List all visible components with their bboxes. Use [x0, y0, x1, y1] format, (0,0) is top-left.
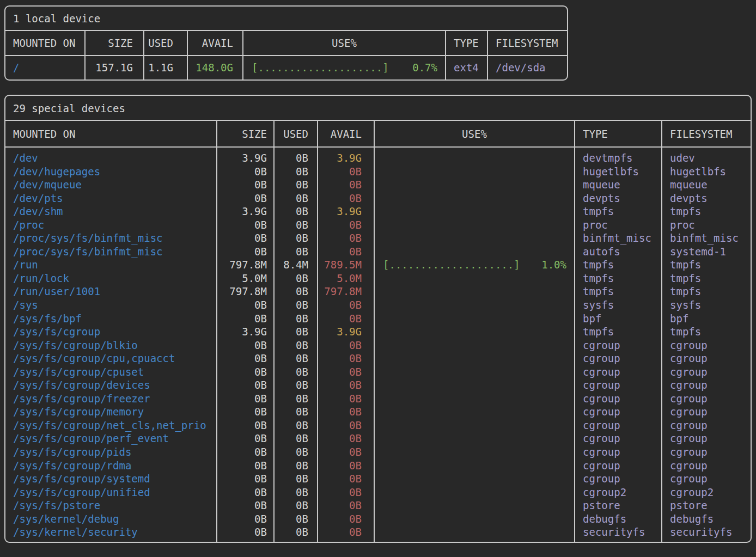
use-percent-cell	[374, 339, 575, 352]
column-separator	[143, 31, 144, 79]
column-header-used: USED	[274, 128, 318, 140]
column-header-used: USED	[144, 37, 187, 49]
type-cell: binfmt_misc	[575, 231, 662, 245]
use-percent-cell	[374, 525, 575, 539]
column-header-type: TYPE	[575, 128, 662, 140]
device-row: /run797.8M8.4M789.5M[...................…	[5, 258, 751, 272]
column-separator	[487, 31, 488, 79]
filesystem-cell: sysfs	[662, 298, 751, 312]
local-devices-table: 1 local device MOUNTED ONSIZEUSEDAVAILUS…	[4, 5, 568, 81]
usage-percent: 0.7%	[412, 56, 437, 79]
mounted-on-cell: /dev/pts	[5, 192, 217, 205]
filesystem-cell: cgroup	[662, 419, 751, 432]
mounted-on-cell: /sys/fs/cgroup/perf_event	[5, 432, 217, 445]
column-separator	[574, 121, 575, 542]
device-row: /dev/pts0B0B0Bdevptsdevpts	[5, 192, 751, 205]
type-cell: bpf	[575, 312, 662, 326]
filesystem-cell: bpf	[662, 312, 751, 326]
type-cell: cgroup	[575, 339, 662, 352]
column-separator	[216, 121, 217, 542]
size-cell: 0B	[217, 192, 274, 205]
used-cell: 0B	[274, 272, 318, 285]
filesystem-cell: cgroup	[662, 445, 751, 459]
size-cell: 797.8M	[217, 258, 274, 272]
device-row: /run/user/1001797.8M0B797.8Mtmpfstmpfs	[5, 285, 751, 298]
used-cell: 0B	[274, 192, 318, 205]
avail-cell: 148.0G	[187, 56, 243, 79]
avail-cell: 789.5M	[318, 258, 374, 272]
device-row: /proc/sys/fs/binfmt_misc0B0B0Bbinfmt_mis…	[5, 231, 751, 245]
filesystem-cell: securityfs	[662, 525, 751, 539]
size-cell: 0B	[217, 178, 274, 192]
mounted-on-cell: /sys/fs/cgroup/systemd	[5, 472, 217, 486]
filesystem-cell: cgroup	[662, 378, 751, 392]
size-cell: 0B	[217, 486, 274, 499]
used-cell: 0B	[274, 218, 318, 232]
avail-cell: 0B	[318, 165, 374, 179]
avail-cell: 0B	[318, 472, 374, 486]
mounted-on-cell: /run	[5, 258, 217, 272]
local-table-grid: MOUNTED ONSIZEUSEDAVAILUSE%TYPEFILESYSTE…	[5, 31, 567, 79]
mounted-on-cell: /sys/fs/cgroup/unified	[5, 486, 217, 499]
use-percent-cell	[374, 392, 575, 406]
size-cell: 0B	[217, 392, 274, 406]
type-cell: securityfs	[575, 525, 662, 539]
used-cell: 0B	[274, 245, 318, 259]
avail-cell: 0B	[318, 218, 374, 232]
use-percent-cell	[374, 231, 575, 245]
size-cell: 3.9G	[217, 325, 274, 339]
mounted-on-cell: /sys/fs/cgroup/freezer	[5, 392, 217, 406]
filesystem-cell: cgroup	[662, 365, 751, 379]
size-cell: 5.0M	[217, 272, 274, 285]
mounted-on-cell: /sys/fs/pstore	[5, 499, 217, 512]
device-row: /157.1G1.1G148.0G[....................]0…	[5, 56, 567, 79]
device-row: /sys/fs/cgroup/devices0B0B0Bcgroupcgroup	[5, 378, 751, 392]
mounted-on-cell: /sys/fs/cgroup/cpuset	[5, 365, 217, 379]
filesystem-cell: binfmt_misc	[662, 231, 751, 245]
column-separator	[374, 121, 375, 542]
mounted-on-cell: /proc/sys/fs/binfmt_misc	[5, 245, 217, 259]
local-table-header-row: MOUNTED ONSIZEUSEDAVAILUSE%TYPEFILESYSTE…	[5, 31, 567, 56]
use-percent-cell	[374, 298, 575, 312]
use-percent-cell	[374, 459, 575, 473]
filesystem-cell: tmpfs	[662, 205, 751, 218]
avail-cell: 3.9G	[318, 151, 374, 165]
column-separator	[445, 31, 446, 79]
size-cell: 0B	[217, 298, 274, 312]
use-percent-cell	[374, 205, 575, 218]
size-cell: 0B	[217, 432, 274, 445]
use-percent-cell	[374, 365, 575, 379]
avail-cell: 3.9G	[318, 205, 374, 218]
special-table-grid: MOUNTED ONSIZEUSEDAVAILUSE%TYPEFILESYSTE…	[5, 121, 751, 542]
column-header-size: SIZE	[85, 37, 144, 49]
mounted-on-cell: /sys/fs/cgroup/pids	[5, 445, 217, 459]
filesystem-cell: udev	[662, 151, 751, 165]
use-percent-cell	[374, 165, 575, 179]
column-header-use: USE%	[243, 37, 446, 49]
size-cell: 0B	[217, 245, 274, 259]
used-cell: 0B	[274, 165, 318, 179]
device-row: /dev/mqueue0B0B0Bmqueuemqueue	[5, 178, 751, 192]
type-cell: hugetlbfs	[575, 165, 662, 179]
column-separator	[84, 31, 86, 79]
type-cell: cgroup	[575, 419, 662, 432]
type-cell: tmpfs	[575, 205, 662, 218]
size-cell: 0B	[217, 218, 274, 232]
type-cell: devpts	[575, 192, 662, 205]
type-cell: autofs	[575, 245, 662, 259]
avail-cell: 0B	[318, 432, 374, 445]
used-cell: 0B	[274, 352, 318, 365]
filesystem-cell: tmpfs	[662, 325, 751, 339]
use-percent-cell	[374, 419, 575, 432]
used-cell: 0B	[274, 325, 318, 339]
used-cell: 0B	[274, 419, 318, 432]
mounted-on-cell: /sys/fs/cgroup/rdma	[5, 459, 217, 473]
use-percent-cell: [....................]1.0%	[374, 258, 575, 272]
mounted-on-cell: /run/user/1001	[5, 285, 217, 298]
type-cell: cgroup	[575, 472, 662, 486]
type-cell: tmpfs	[575, 285, 662, 298]
column-header-mountedon: MOUNTED ON	[5, 128, 217, 140]
column-separator	[317, 121, 318, 542]
used-cell: 0B	[274, 339, 318, 352]
column-header-size: SIZE	[217, 128, 274, 140]
